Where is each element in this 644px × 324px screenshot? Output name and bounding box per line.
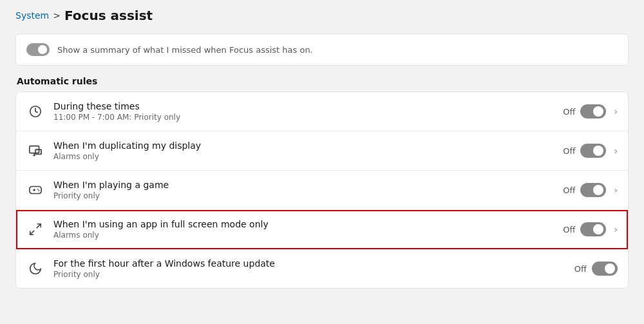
rule-full-screen-chevron[interactable]: › <box>614 224 618 234</box>
rule-full-screen[interactable]: When I'm using an app in full screen mod… <box>16 210 628 249</box>
svg-point-10 <box>39 190 40 191</box>
rule-duplicating-display-toggle[interactable] <box>580 144 606 158</box>
rule-full-screen-text: When I'm using an app in full screen mod… <box>53 219 554 240</box>
rule-feature-update-subtitle: Priority only <box>53 270 565 279</box>
rule-feature-update-toggle[interactable] <box>592 262 618 276</box>
rule-playing-game-title: When I'm playing a game <box>53 180 554 190</box>
rule-during-times-title: During these times <box>53 101 554 111</box>
svg-point-9 <box>37 189 39 190</box>
rule-during-times-text: During these times 11:00 PM - 7:00 AM: P… <box>53 101 554 122</box>
rule-duplicating-display-status: Off <box>563 146 575 156</box>
rule-during-times-chevron[interactable]: › <box>614 106 618 117</box>
rule-playing-game-chevron[interactable]: › <box>614 185 618 195</box>
rule-duplicating-display-text: When I'm duplicating my display Alarms o… <box>53 140 554 161</box>
breadcrumb-system-link[interactable]: System <box>15 10 49 21</box>
rule-full-screen-toggle[interactable] <box>580 222 606 236</box>
game-icon <box>26 181 44 199</box>
svg-line-12 <box>30 231 34 234</box>
rule-feature-update[interactable]: For the first hour after a Windows featu… <box>16 249 628 288</box>
rule-duplicating-display-chevron[interactable]: › <box>614 146 618 156</box>
rule-full-screen-controls: Off › <box>563 222 618 236</box>
rule-duplicating-display[interactable]: When I'm duplicating my display Alarms o… <box>16 131 628 171</box>
rule-playing-game-text: When I'm playing a game Priority only <box>53 180 554 200</box>
rule-playing-game-status: Off <box>563 186 575 195</box>
rule-playing-game-toggle[interactable] <box>580 183 606 197</box>
fullscreen-icon <box>26 220 44 238</box>
rule-duplicating-display-controls: Off › <box>563 144 618 158</box>
svg-rect-4 <box>35 149 41 154</box>
rule-duplicating-display-subtitle: Alarms only <box>53 152 554 161</box>
rule-feature-update-title: For the first hour after a Windows featu… <box>53 258 565 269</box>
page-title: Focus assist <box>64 8 153 23</box>
clock-icon <box>26 102 44 120</box>
settings-page: System > Focus assist Show a summary of … <box>0 0 644 324</box>
rule-during-times[interactable]: During these times 11:00 PM - 7:00 AM: P… <box>16 92 628 131</box>
svg-line-11 <box>37 224 41 228</box>
section-title: Automatic rules <box>15 76 629 86</box>
moon-icon <box>26 260 44 278</box>
display-icon <box>26 142 44 160</box>
rule-during-times-status: Off <box>563 107 575 117</box>
rule-during-times-controls: Off › <box>563 104 618 119</box>
summary-toggle[interactable] <box>26 43 50 56</box>
rule-playing-game-controls: Off › <box>563 183 618 197</box>
rule-playing-game[interactable]: When I'm playing a game Priority only Of… <box>16 171 628 210</box>
summary-item: Show a summary of what I missed when Foc… <box>15 33 629 66</box>
rule-feature-update-status: Off <box>574 264 587 274</box>
rule-duplicating-display-title: When I'm duplicating my display <box>53 140 554 151</box>
rule-feature-update-controls: Off <box>574 262 618 276</box>
rule-feature-update-text: For the first hour after a Windows featu… <box>53 258 565 279</box>
rule-full-screen-subtitle: Alarms only <box>53 231 554 240</box>
rules-list: During these times 11:00 PM - 7:00 AM: P… <box>15 91 629 289</box>
breadcrumb-separator: > <box>53 10 61 21</box>
breadcrumb: System > Focus assist <box>15 8 629 23</box>
rule-during-times-toggle[interactable] <box>580 104 606 119</box>
rule-during-times-subtitle: 11:00 PM - 7:00 AM: Priority only <box>53 113 554 122</box>
rule-full-screen-status: Off <box>563 225 575 234</box>
summary-text: Show a summary of what I missed when Foc… <box>57 45 313 55</box>
rule-full-screen-title: When I'm using an app in full screen mod… <box>53 219 554 229</box>
rule-playing-game-subtitle: Priority only <box>53 191 554 200</box>
